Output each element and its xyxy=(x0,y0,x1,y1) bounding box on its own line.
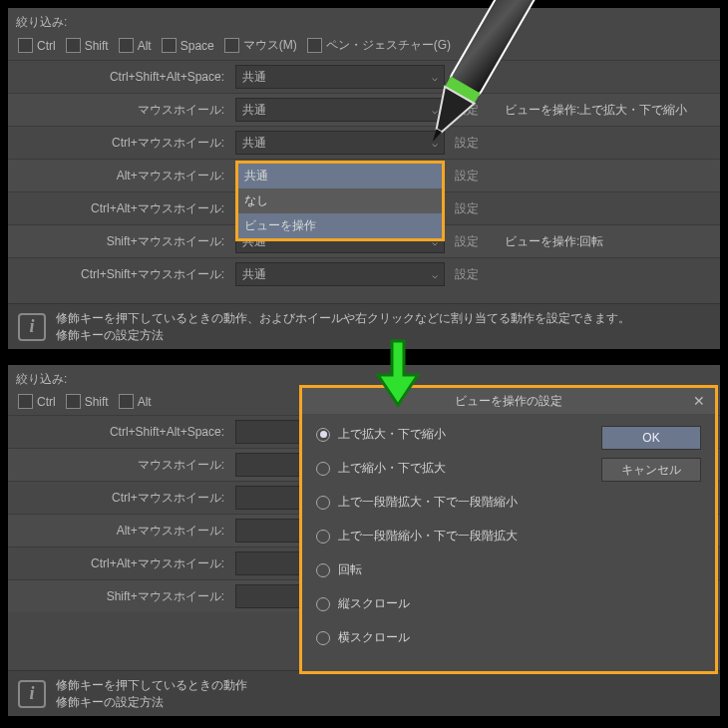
dropdown-item[interactable]: なし xyxy=(238,188,442,213)
radio-option[interactable]: 縦スクロール xyxy=(316,595,591,612)
chevron-down-icon: ⌵ xyxy=(432,269,438,280)
chevron-down-icon: ⌵ xyxy=(432,105,438,116)
filter-ctrl[interactable]: Ctrl xyxy=(18,394,56,409)
close-button[interactable]: ✕ xyxy=(689,391,709,411)
dropdown[interactable]: 共通⌵ xyxy=(235,262,445,286)
radio-icon xyxy=(316,462,330,476)
radio-option[interactable]: 上で一段階縮小・下で一段階拡大 xyxy=(316,528,591,545)
filter-alt[interactable]: Alt xyxy=(119,394,152,409)
table-row: マウスホイール: 共通⌵ 設定 ビューを操作:上で拡大・下で縮小 xyxy=(8,93,720,126)
cancel-button[interactable]: キャンセル xyxy=(601,458,701,482)
settings-link[interactable]: 設定 xyxy=(452,60,502,93)
settings-link[interactable]: 設定 xyxy=(452,257,502,290)
radio-icon xyxy=(316,631,330,645)
filter-alt[interactable]: Alt xyxy=(119,38,152,53)
ok-button[interactable]: OK xyxy=(601,426,701,450)
info-icon: i xyxy=(18,313,46,341)
filter-label: 絞り込み: xyxy=(8,8,720,33)
filter-shift[interactable]: Shift xyxy=(66,38,109,53)
table-row: Ctrl+マウスホイール: 共通⌵ 設定 xyxy=(8,126,720,159)
radio-icon xyxy=(316,563,330,577)
info-icon: i xyxy=(18,680,46,708)
filter-row: Ctrl Shift Alt Space マウス(M) ペン・ジェスチャー(G) xyxy=(8,33,720,60)
dropdown-item[interactable]: 共通 xyxy=(238,164,442,188)
radio-icon xyxy=(316,530,330,544)
table-row: Ctrl+Shift+Alt+Space: 共通⌵ 設定 xyxy=(8,60,720,93)
radio-icon xyxy=(316,428,330,442)
dropdown[interactable]: 共通⌵ xyxy=(235,65,445,89)
settings-link[interactable]: 設定 xyxy=(452,93,502,126)
dropdown[interactable]: 共通⌵ xyxy=(235,98,445,122)
dialog-title: ビューを操作の設定 xyxy=(455,393,562,410)
info-bar: i 修飾キーを押下しているときの動作 修飾キーの設定方法 xyxy=(8,670,720,716)
radio-group: 上で拡大・下で縮小 上で縮小・下で拡大 上で一段階拡大・下で一段階縮小 上で一段… xyxy=(316,426,591,646)
filter-pen[interactable]: ペン・ジェスチャー(G) xyxy=(307,37,451,54)
filter-shift[interactable]: Shift xyxy=(66,394,109,409)
settings-link[interactable]: 設定 xyxy=(452,191,502,224)
radio-option[interactable]: 上で一段階拡大・下で一段階縮小 xyxy=(316,494,591,511)
radio-option[interactable]: 横スクロール xyxy=(316,629,591,646)
chevron-down-icon: ⌵ xyxy=(432,72,438,83)
top-panel: 絞り込み: Ctrl Shift Alt Space マウス(M) ペン・ジェス… xyxy=(4,4,724,353)
filter-ctrl[interactable]: Ctrl xyxy=(18,38,56,53)
dropdown[interactable]: 共通⌵ xyxy=(235,131,445,155)
radio-option[interactable]: 上で拡大・下で縮小 xyxy=(316,426,591,443)
dropdown-menu: 共通 なし ビューを操作 xyxy=(235,161,445,241)
chevron-down-icon: ⌵ xyxy=(432,138,438,149)
filter-mouse[interactable]: マウス(M) xyxy=(224,37,297,54)
filter-space[interactable]: Space xyxy=(162,38,214,53)
settings-link[interactable]: 設定 xyxy=(452,126,502,159)
radio-option[interactable]: 上で縮小・下で拡大 xyxy=(316,460,591,477)
radio-icon xyxy=(316,496,330,510)
radio-icon xyxy=(316,597,330,611)
settings-link[interactable]: 設定 xyxy=(452,224,502,257)
view-operation-dialog: ビューを操作の設定 ✕ 上で拡大・下で縮小 上で縮小・下で拡大 上で一段階拡大・… xyxy=(299,385,718,674)
radio-option[interactable]: 回転 xyxy=(316,561,591,578)
settings-link[interactable]: 設定 xyxy=(452,159,502,191)
info-bar: i 修飾キーを押下しているときの動作、およびホイールや右クリックなどに割り当てる… xyxy=(8,303,720,349)
dialog-title-bar: ビューを操作の設定 ✕ xyxy=(302,388,715,414)
dropdown-item[interactable]: ビューを操作 xyxy=(238,213,442,238)
table-row: Ctrl+Shift+マウスホイール: 共通⌵ 設定 xyxy=(8,257,720,290)
